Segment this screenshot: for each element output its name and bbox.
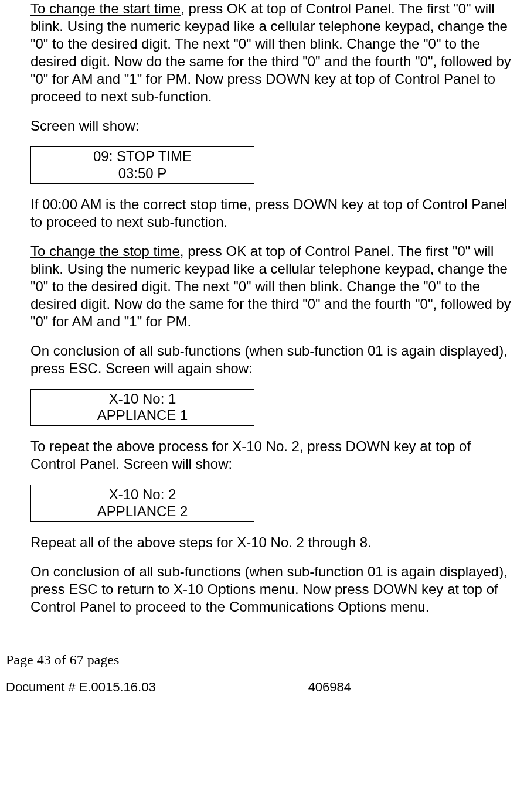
paragraph-conclusion-return: On conclusion of all sub-functions (when… bbox=[30, 563, 511, 616]
page-number: Page 43 of 67 pages bbox=[6, 651, 511, 668]
paragraph-repeat-steps: Repeat all of the above steps for X-10 N… bbox=[30, 534, 511, 551]
underline-change-start-time: To change the start time bbox=[30, 1, 181, 16]
paragraph-if-correct-stop-time: If 00:00 AM is the correct stop time, pr… bbox=[30, 196, 511, 231]
underline-change-stop-time: To change the stop time bbox=[30, 243, 180, 259]
screen-line-1: X-10 No: 1 bbox=[31, 391, 254, 408]
paragraph-repeat-x10-2: To repeat the above process for X-10 No.… bbox=[30, 438, 511, 473]
document-number: Document # E.0015.16.03 bbox=[6, 680, 156, 694]
document-code: 406984 bbox=[308, 679, 351, 695]
screen-display-appliance-1: X-10 No: 1 APPLIANCE 1 bbox=[30, 389, 254, 427]
document-info: Document # E.0015.16.03406984 bbox=[6, 679, 511, 695]
screen-line-2: APPLIANCE 2 bbox=[31, 503, 254, 520]
paragraph-change-stop-time: To change the stop time, press OK at top… bbox=[30, 243, 511, 330]
screen-line-2: 03:50 P bbox=[31, 165, 254, 182]
paragraph-screen-will-show: Screen will show: bbox=[30, 117, 511, 135]
screen-display-appliance-2: X-10 No: 2 APPLIANCE 2 bbox=[30, 485, 254, 522]
screen-display-stop-time: 09: STOP TIME 03:50 P bbox=[30, 146, 254, 184]
screen-line-1: X-10 No: 2 bbox=[31, 486, 254, 503]
paragraph-change-start-time: To change the start time, press OK at to… bbox=[30, 0, 511, 105]
paragraph-conclusion-esc: On conclusion of all sub-functions (when… bbox=[30, 342, 511, 377]
screen-line-2: APPLIANCE 1 bbox=[31, 407, 254, 424]
screen-line-1: 09: STOP TIME bbox=[31, 148, 254, 165]
